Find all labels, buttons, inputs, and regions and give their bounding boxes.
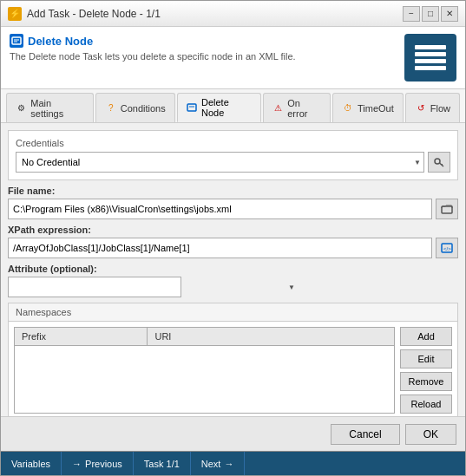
namespaces-buttons: Add Edit Remove Reload [400, 327, 452, 414]
file-name-row [8, 199, 458, 219]
bottom-bar: Cancel OK [1, 416, 465, 451]
task-indicator: Task 1/1 [134, 452, 191, 475]
window-icon: ⚡ [8, 7, 22, 21]
svg-point-5 [435, 159, 440, 164]
cancel-button[interactable]: Cancel [331, 424, 399, 445]
attribute-select[interactable] [8, 277, 181, 297]
clock-icon: ⏱ [342, 102, 354, 114]
xpath-row: </> [8, 238, 458, 258]
namespaces-table: Prefix URI [15, 328, 394, 346]
maximize-button[interactable]: □ [422, 6, 439, 22]
credentials-manage-button[interactable] [428, 152, 450, 173]
col-uri-header: URI [148, 328, 394, 346]
svg-line-6 [440, 163, 444, 166]
svg-rect-3 [187, 104, 196, 111]
namespaces-content: Prefix URI Add Edit Remove Reload [9, 322, 457, 416]
tabs-bar: ⚙ Main settings ? Conditions Delete Node… [1, 89, 465, 123]
xpath-label: XPath expression: [8, 225, 458, 235]
credentials-label: Credentials [16, 138, 450, 148]
minimize-button[interactable]: − [403, 6, 420, 22]
title-bar-left: ⚡ Add Task - Delete Node - 1/1 [8, 7, 161, 21]
file-name-label: File name: [8, 186, 458, 196]
svg-text:</>: </> [443, 246, 451, 251]
logo-line-4 [415, 66, 446, 70]
gear-icon: ⚙ [16, 102, 27, 114]
key-icon [433, 156, 445, 168]
main-content: Credentials No Credential ▼ [1, 123, 465, 416]
credentials-row: No Credential ▼ [16, 152, 450, 173]
tab-flow[interactable]: ↺ Flow [405, 93, 460, 122]
arrow-left-icon: → [72, 459, 82, 469]
main-window: ⚡ Add Task - Delete Node - 1/1 − □ ✕ Del… [0, 0, 466, 476]
logo-decoration [415, 45, 446, 70]
file-browse-button[interactable] [436, 199, 458, 219]
add-namespace-button[interactable]: Add [400, 327, 452, 346]
xpath-group: XPath expression: </> [8, 225, 458, 258]
namespaces-table-wrapper: Prefix URI [14, 327, 395, 414]
previous-label: Previous [85, 459, 122, 469]
file-name-input[interactable] [8, 199, 432, 219]
previous-button[interactable]: → Previous [62, 452, 134, 475]
attribute-group: Attribute (optional): ▼ [8, 264, 458, 297]
task-label: Task 1/1 [144, 459, 180, 469]
title-controls: − □ ✕ [403, 6, 458, 22]
xpath-input[interactable] [8, 238, 432, 258]
arrow-right-icon: → [224, 459, 233, 469]
header-description: The Delete node Task lets you delete a s… [10, 51, 296, 62]
svg-line-7 [442, 164, 443, 165]
logo-line-2 [415, 52, 446, 56]
header-logo [404, 34, 456, 82]
question-icon: ? [105, 102, 117, 114]
namespaces-title: Namespaces [9, 303, 457, 322]
svg-rect-8 [442, 206, 452, 213]
title-bar: ⚡ Add Task - Delete Node - 1/1 − □ ✕ [1, 1, 465, 27]
header-left: Delete Node The Delete node Task lets yo… [10, 34, 296, 62]
close-button[interactable]: ✕ [441, 6, 458, 22]
logo-line-1 [415, 45, 446, 49]
tab-main-settings[interactable]: ⚙ Main settings [6, 93, 94, 122]
warning-icon: ⚠ [272, 102, 284, 114]
tab-delete-node[interactable]: Delete Node [177, 93, 261, 122]
edit-namespace-button[interactable]: Edit [400, 349, 452, 368]
folder-icon [441, 203, 453, 215]
delete-icon [187, 101, 198, 114]
tab-timeout[interactable]: ⏱ TimeOut [332, 93, 404, 122]
tab-on-error[interactable]: ⚠ On error [263, 93, 331, 122]
next-button[interactable]: Next → [191, 452, 246, 475]
attribute-arrow-icon: ▼ [288, 284, 295, 291]
xml-icon: </> [441, 242, 453, 254]
credentials-select-wrapper: No Credential ▼ [16, 152, 424, 173]
tab-conditions[interactable]: ? Conditions [95, 93, 175, 122]
file-name-group: File name: [8, 186, 458, 219]
xpath-browse-button[interactable]: </> [436, 238, 458, 258]
credentials-select[interactable]: No Credential [16, 152, 424, 173]
header-section: Delete Node The Delete node Task lets yo… [1, 27, 465, 89]
attribute-label: Attribute (optional): [8, 264, 458, 274]
variables-button[interactable]: Variables [1, 452, 62, 475]
flow-icon: ↺ [415, 102, 427, 114]
logo-line-3 [415, 59, 446, 63]
ok-button[interactable]: OK [405, 424, 456, 445]
attribute-select-wrapper: ▼ [8, 277, 458, 297]
header-icon [10, 34, 23, 48]
header-title: Delete Node [10, 34, 296, 48]
col-prefix-header: Prefix [15, 328, 148, 346]
variables-label: Variables [11, 459, 50, 469]
credentials-section: Credentials No Credential ▼ [8, 130, 458, 180]
svg-rect-0 [12, 37, 21, 44]
namespaces-section: Namespaces Prefix URI [8, 303, 458, 416]
remove-namespace-button[interactable]: Remove [400, 372, 452, 391]
status-bar: Variables → Previous Task 1/1 Next → [1, 451, 465, 475]
next-label: Next [201, 459, 221, 469]
reload-namespace-button[interactable]: Reload [400, 394, 452, 414]
window-title: Add Task - Delete Node - 1/1 [27, 8, 161, 20]
